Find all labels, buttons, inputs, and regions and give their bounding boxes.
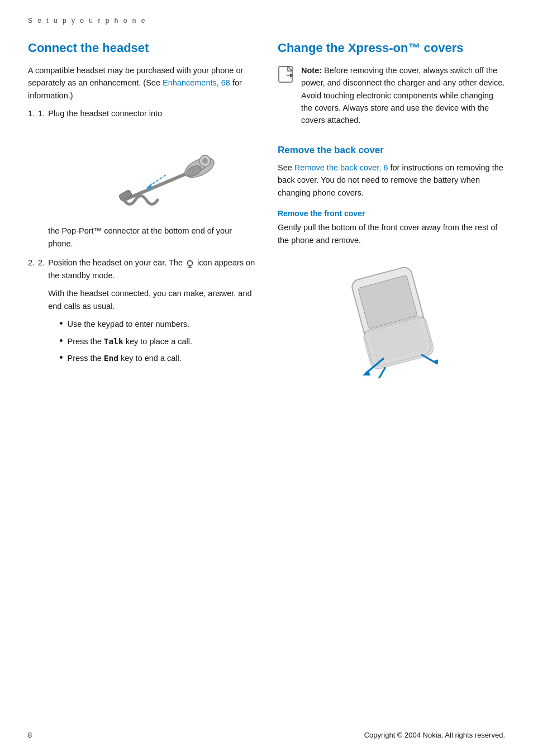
change-covers-title: Change the Xpress-on™ covers [278, 40, 505, 56]
phone-illustration [278, 255, 505, 380]
svg-point-7 [202, 158, 208, 164]
right-column: Change the Xpress-on™ covers Note: Befor… [278, 40, 505, 380]
svg-line-12 [288, 66, 292, 71]
step-1-after: the Pop-Port™ connector at the bottom en… [48, 226, 232, 248]
enhancements-link[interactable]: Enhancements, 68 [163, 78, 230, 87]
note-box: Note: Before removing the cover, always … [278, 64, 505, 132]
step-2: 2. Position the headset on your ear. The… [28, 256, 255, 369]
step-2-text: Position the headset on your ear. The ic… [48, 256, 255, 282]
remove-front-text: Gently pull the bottom of the front cove… [278, 221, 505, 246]
page-number: 8 [28, 731, 32, 739]
page-footer: 8 Copyright © 2004 Nokia. All rights res… [28, 731, 505, 739]
bullet-1: Use the keypad to enter numbers. [59, 318, 255, 330]
headset-svg [102, 127, 219, 217]
bullet-list: Use the keypad to enter numbers. Press t… [48, 318, 255, 364]
two-column-layout: Connect the headset A compatible headset… [28, 40, 505, 380]
bullet-3: Press the End key to end a call. [59, 352, 255, 364]
connect-headset-title: Connect the headset [28, 40, 255, 56]
remove-back-text: See Remove the back cover, 6 for instruc… [278, 161, 505, 199]
headset-icon [185, 259, 195, 269]
step-2-extra: With the headset connected, you can make… [48, 287, 255, 312]
steps-list: 1. Plug the headset connector into [28, 107, 255, 369]
remove-back-cover-title: Remove the back cover [278, 145, 505, 156]
note-text: Note: Before removing the cover, always … [301, 64, 505, 127]
phone-svg [330, 255, 453, 378]
headset-illustration [65, 127, 255, 217]
copyright: Copyright © 2004 Nokia. All rights reser… [364, 731, 505, 739]
bullet-2: Press the Talk key to place a call. [59, 335, 255, 348]
svg-rect-3 [118, 189, 132, 201]
remove-front-cover-title: Remove the front cover [278, 209, 505, 218]
step-1: 1. Plug the headset connector into [28, 107, 255, 250]
svg-line-20 [374, 368, 387, 378]
breadcrumb: S e t u p y o u r p h o n e [28, 17, 505, 25]
step-1-text: Plug the headset connector into [48, 109, 162, 118]
note-icon [278, 65, 296, 85]
left-column: Connect the headset A compatible headset… [28, 40, 255, 375]
svg-marker-23 [432, 360, 439, 366]
intro-paragraph: A compatible headset may be purchased wi… [28, 64, 255, 102]
page-container: S e t u p y o u r p h o n e Connect the … [0, 0, 533, 756]
remove-back-link[interactable]: Remove the back cover, 6 [294, 163, 388, 172]
